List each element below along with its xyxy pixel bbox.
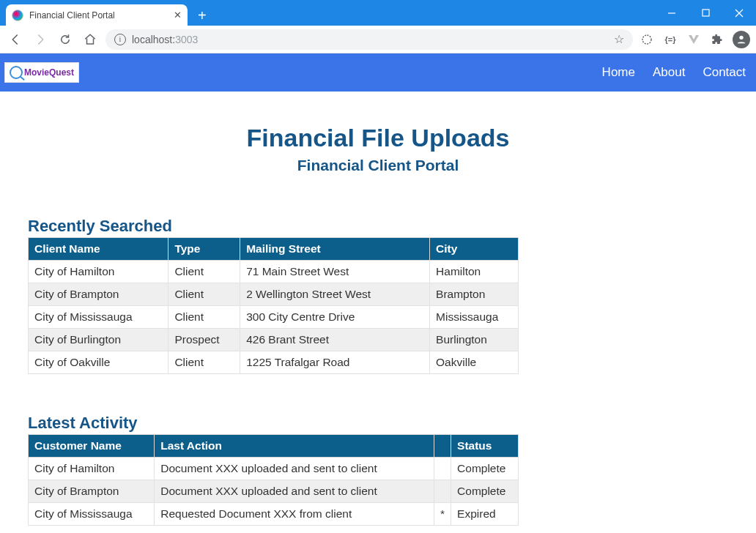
minimize-button[interactable] [655, 0, 689, 26]
table-cell: City of Brampton [29, 480, 155, 503]
table-cell: 2 Wellington Street West [240, 283, 430, 306]
nav-link-home[interactable]: Home [602, 65, 635, 80]
table-row[interactable]: City of BramptonDocument XXX uploaded an… [29, 480, 519, 503]
maximize-button[interactable] [689, 0, 722, 26]
url-text: localhost:3003 [132, 34, 198, 45]
extension-braces-icon[interactable]: {=} [662, 31, 678, 48]
table-cell: 426 Brant Street [240, 329, 430, 351]
table-cell: Hamilton [430, 261, 519, 283]
col-customer-name: Customer Name [29, 435, 155, 458]
table-cell: 71 Main Street West [240, 261, 430, 283]
app-logo[interactable]: MovieQuest [4, 62, 79, 83]
address-bar[interactable]: i localhost:3003 ☆ [105, 29, 633, 50]
table-cell: * [434, 503, 451, 526]
table-cell: City of Hamilton [29, 458, 155, 480]
page-subtitle: Financial Client Portal [28, 157, 728, 174]
table-cell: Client [168, 306, 240, 329]
table-row[interactable]: City of BurlingtonProspect426 Brant Stre… [29, 329, 519, 351]
forward-button[interactable] [31, 30, 50, 49]
logo-text: MovieQuest [24, 67, 74, 78]
table-cell: Client [168, 261, 240, 283]
table-cell: Expired [451, 503, 519, 526]
window-controls [655, 0, 756, 26]
browser-toolbar: i localhost:3003 ☆ {=} [0, 26, 756, 53]
page-title: Financial File Uploads [28, 124, 728, 152]
table-row[interactable]: City of OakvilleClient1225 Trafalgar Roa… [29, 351, 519, 374]
table-row[interactable]: City of MississaugaClient300 City Centre… [29, 306, 519, 329]
recent-heading: Recently Searched [28, 217, 728, 236]
tab-title: Financial Client Portal [29, 10, 115, 20]
home-button[interactable] [81, 30, 100, 49]
table-cell [434, 480, 451, 503]
table-row[interactable]: City of MississaugaRequested Document XX… [29, 503, 519, 526]
table-cell: City of Hamilton [29, 261, 168, 283]
table-cell: City of Mississauga [29, 503, 155, 526]
table-cell: Mississauga [430, 306, 519, 329]
activity-table: Customer Name Last Action Status City of… [28, 434, 519, 526]
close-window-button[interactable] [722, 0, 756, 26]
nav-link-about[interactable]: About [653, 65, 685, 80]
table-row[interactable]: City of HamiltonClient71 Main Street Wes… [29, 261, 519, 283]
table-row[interactable]: City of BramptonClient2 Wellington Stree… [29, 283, 519, 306]
bookmark-star-icon[interactable]: ☆ [614, 32, 624, 46]
toolbar-right-icons: {=} [639, 31, 750, 48]
close-tab-button[interactable]: ✕ [174, 10, 182, 20]
magnifier-icon [10, 66, 23, 79]
extension-circle-icon[interactable] [639, 31, 655, 48]
profile-avatar[interactable] [733, 31, 750, 48]
svg-rect-1 [703, 10, 709, 16]
new-tab-button[interactable]: + [198, 8, 207, 23]
table-cell: Requested Document XXX from client [155, 503, 434, 526]
tab-strip: Financial Client Portal ✕ + [0, 0, 756, 26]
table-cell: Oakville [430, 351, 519, 374]
table-cell: 300 City Centre Drive [240, 306, 430, 329]
extensions-puzzle-icon[interactable] [709, 31, 725, 48]
table-cell: Complete [451, 480, 519, 503]
browser-tab[interactable]: Financial Client Portal ✕ [6, 4, 188, 26]
recent-table: Client Name Type Mailing Street City Cit… [28, 237, 519, 374]
table-cell: 1225 Trafalgar Road [240, 351, 430, 374]
table-cell: City of Mississauga [29, 306, 168, 329]
nav-link-contact[interactable]: Contact [703, 65, 746, 80]
back-button[interactable] [6, 30, 25, 49]
table-cell: Document XXX uploaded and sent to client [155, 480, 434, 503]
site-info-icon[interactable]: i [114, 34, 126, 45]
table-row[interactable]: City of HamiltonDocument XXX uploaded an… [29, 458, 519, 480]
nav-links: Home About Contact [602, 65, 752, 80]
table-cell: Document XXX uploaded and sent to client [155, 458, 434, 480]
col-client-name: Client Name [29, 238, 168, 261]
col-city: City [430, 238, 519, 261]
activity-heading: Latest Activity [28, 414, 728, 433]
table-cell: Complete [451, 458, 519, 480]
table-cell: City of Burlington [29, 329, 168, 351]
col-status: Status [451, 435, 519, 458]
col-type: Type [168, 238, 240, 261]
svg-point-4 [642, 35, 651, 44]
svg-point-5 [739, 35, 743, 39]
app-navbar: MovieQuest Home About Contact [0, 53, 756, 92]
col-flag [434, 435, 451, 458]
table-cell: City of Oakville [29, 351, 168, 374]
favicon-icon [12, 10, 23, 21]
table-cell: Client [168, 351, 240, 374]
reload-button[interactable] [56, 30, 75, 49]
table-cell: Client [168, 283, 240, 306]
page-content: Financial File Uploads Financial Client … [0, 92, 756, 526]
col-mailing-street: Mailing Street [240, 238, 430, 261]
extension-v-icon[interactable] [686, 31, 702, 48]
table-cell: Prospect [168, 329, 240, 351]
table-cell: Brampton [430, 283, 519, 306]
table-cell: City of Brampton [29, 283, 168, 306]
table-cell [434, 458, 451, 480]
col-last-action: Last Action [155, 435, 434, 458]
table-cell: Burlington [430, 329, 519, 351]
